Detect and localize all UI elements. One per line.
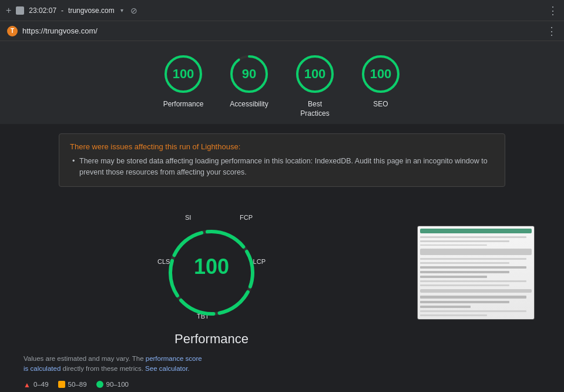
ss-line [420,244,487,246]
ss-text-block [420,301,509,303]
legend-red-range: 0–49 [33,381,49,388]
ss-block [420,249,532,255]
ss-line [420,280,526,282]
performance-title: Performance [24,331,400,347]
score-item-best-practices[interactable]: 100 BestPractices [294,53,336,118]
legend-item-red: ▲ 0–49 [24,381,49,388]
warning-title: There were issues affecting this run of … [70,142,494,151]
score-legend: ▲ 0–49 50–89 90–100 [24,381,400,388]
tab-domain: - [61,6,63,15]
ss-header-bar [420,229,532,234]
big-score-area: SI FCP CLS LCP TBT 100 [153,208,270,326]
tab-title: 23:02:07 [29,6,56,15]
warning-box: There were issues affecting this run of … [59,133,505,187]
ss-line [420,284,509,286]
ss-line [420,262,509,264]
score-circle-best-practices: 100 [294,53,336,95]
scores-section: 100 Performance 90 Accessibility 100 Bes… [0,41,564,124]
score-number-accessibility: 90 [242,66,256,82]
ss-text-block [420,296,526,298]
legend-item-green: 90–100 [96,381,129,388]
address-bar: T https://trungvose.com/ ⋮ [0,21,564,41]
see-calculator-link[interactable]: See calculator. [145,365,189,372]
legend-orange-range: 50–89 [68,381,87,388]
ss-line [420,314,487,316]
score-label-seo: SEO [373,100,388,109]
score-number-seo: 100 [370,66,392,82]
score-note-text2: directly from these metrics. [63,365,146,372]
right-panel [411,208,540,388]
score-item-seo[interactable]: 100 SEO [360,53,402,118]
legend-green-icon [96,381,103,388]
warning-text: There may be stored data affecting loadi… [70,156,494,178]
address-url[interactable]: https://trungvose.com/ [22,26,98,35]
legend-green-range: 90–100 [106,381,129,388]
screenshot-inner [418,226,534,319]
stop-icon[interactable]: ⊘ [130,6,137,15]
ss-text-block [420,306,471,308]
score-number-best-practices: 100 [304,66,326,82]
score-note-text: Values are estimated and may vary. The [24,355,146,362]
score-circle-accessibility: 90 [228,53,270,95]
legend-orange-icon [58,381,65,388]
site-favicon: T [7,26,18,36]
ss-line [420,310,526,312]
metric-label-fcp: FCP [240,214,253,221]
address-menu-icon[interactable]: ⋮ [546,25,557,38]
ss-line [420,240,509,242]
ss-line [420,258,526,260]
ss-line [420,236,526,238]
tab-favicon [16,6,24,15]
tab-dropdown-icon[interactable]: ▾ [120,7,123,14]
score-item-accessibility[interactable]: 90 Accessibility [228,53,270,118]
score-circle-seo: 100 [360,53,402,95]
score-label-performance: Performance [163,100,204,109]
tab-strip: + 23:02:07 - trungvose.com ▾ ⊘ [6,5,137,16]
main-content: SI FCP CLS LCP TBT 100 Performance Value… [0,196,564,392]
left-panel: SI FCP CLS LCP TBT 100 Performance Value… [24,208,400,388]
tab-domain-name: trungvose.com [68,6,115,15]
big-score-number: 100 [194,254,229,279]
top-bar: + 23:02:07 - trungvose.com ▾ ⊘ ⋮ [0,0,564,21]
score-label-accessibility: Accessibility [230,100,268,109]
score-circle-performance: 100 [162,53,204,95]
screenshot-thumbnail [417,226,535,320]
ss-text-block [420,276,487,278]
ss-text-block [420,271,509,273]
metric-label-si: SI [185,214,191,221]
new-tab-button[interactable]: + [6,5,11,16]
score-item-performance[interactable]: 100 Performance [162,53,204,118]
ss-block [420,289,532,293]
menu-icon[interactable]: ⋮ [548,4,558,17]
legend-red-icon: ▲ [24,381,31,388]
score-label-best-practices: BestPractices [300,100,329,118]
ss-text-block [420,266,526,269]
legend-item-orange: 50–89 [58,381,87,388]
score-note: Values are estimated and may vary. The p… [24,354,400,374]
score-number-performance: 100 [173,66,194,82]
